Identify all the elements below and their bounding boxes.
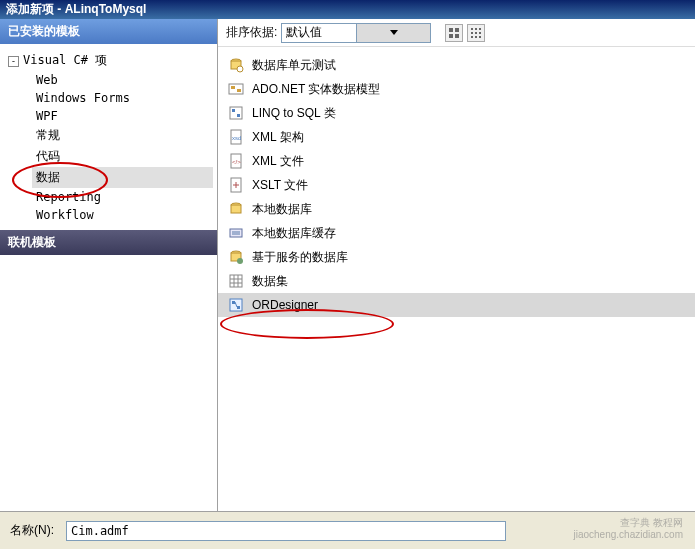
tree-item-wpf[interactable]: WPF bbox=[32, 107, 213, 125]
template-item-label: ORDesigner bbox=[252, 298, 318, 312]
svg-rect-17 bbox=[231, 86, 235, 89]
svg-rect-10 bbox=[471, 36, 473, 38]
svg-rect-20 bbox=[232, 109, 235, 112]
template-item-label: 数据库单元测试 bbox=[252, 57, 336, 74]
svg-rect-36 bbox=[232, 301, 235, 304]
template-item-label: XSLT 文件 bbox=[252, 177, 308, 194]
name-row: 名称(N): bbox=[0, 511, 695, 549]
template-item[interactable]: 本地数据库缓存 bbox=[218, 221, 695, 245]
servicedb-icon bbox=[228, 249, 244, 265]
tree-item-web[interactable]: Web bbox=[32, 71, 213, 89]
svg-rect-34 bbox=[230, 275, 242, 287]
svg-rect-28 bbox=[231, 205, 241, 213]
template-item[interactable]: ORDesigner bbox=[218, 293, 695, 317]
svg-rect-3 bbox=[455, 34, 459, 38]
svg-rect-2 bbox=[449, 34, 453, 38]
installed-templates-header: 已安装的模板 bbox=[0, 19, 217, 44]
svg-point-15 bbox=[237, 66, 243, 72]
template-item[interactable]: 数据库单元测试 bbox=[218, 53, 695, 77]
xslt-icon bbox=[228, 177, 244, 193]
template-item-label: XML 架构 bbox=[252, 129, 304, 146]
dataset-icon bbox=[228, 273, 244, 289]
template-list-panel: 排序依据: 默认值 数据库单元测试ADO.NET 实体数据模型LINQ to S… bbox=[218, 19, 695, 511]
template-item-label: XML 文件 bbox=[252, 153, 304, 170]
svg-text:</>: </> bbox=[232, 159, 241, 165]
model-icon bbox=[228, 81, 244, 97]
svg-rect-7 bbox=[471, 32, 473, 34]
svg-point-33 bbox=[237, 258, 243, 264]
svg-rect-11 bbox=[475, 36, 477, 38]
svg-rect-4 bbox=[471, 28, 473, 30]
localdb-icon bbox=[228, 201, 244, 217]
list-toolbar: 排序依据: 默认值 bbox=[218, 19, 695, 47]
svg-rect-12 bbox=[479, 36, 481, 38]
tree-item-code[interactable]: 代码 bbox=[32, 146, 213, 167]
svg-rect-6 bbox=[479, 28, 481, 30]
template-item-label: ADO.NET 实体数据模型 bbox=[252, 81, 380, 98]
template-item-label: 基于服务的数据库 bbox=[252, 249, 348, 266]
collapse-icon[interactable]: - bbox=[8, 56, 19, 67]
name-input[interactable] bbox=[66, 521, 506, 541]
tree-item-workflow[interactable]: Workflow bbox=[32, 206, 213, 224]
tree-item-reporting[interactable]: Reporting bbox=[32, 188, 213, 206]
tree-root-label: Visual C# 项 bbox=[23, 53, 107, 67]
view-small-icons-button[interactable] bbox=[467, 24, 485, 42]
category-tree: -Visual C# 项 Web Windows Forms WPF 常规 代码… bbox=[0, 44, 217, 230]
template-item[interactable]: 基于服务的数据库 bbox=[218, 245, 695, 269]
svg-rect-0 bbox=[449, 28, 453, 32]
window-titlebar: 添加新项 - ALinqToMysql bbox=[0, 0, 695, 19]
template-item-label: LINQ to SQL 类 bbox=[252, 105, 336, 122]
svg-rect-1 bbox=[455, 28, 459, 32]
sort-by-value: 默认值 bbox=[282, 24, 356, 41]
dropdown-icon[interactable] bbox=[356, 24, 431, 42]
tree-item-general[interactable]: 常规 bbox=[32, 125, 213, 146]
svg-rect-30 bbox=[232, 231, 240, 235]
tree-root[interactable]: -Visual C# 项 bbox=[4, 50, 213, 71]
template-item-label: 本地数据库缓存 bbox=[252, 225, 336, 242]
sort-by-label: 排序依据: bbox=[226, 24, 277, 41]
svg-text:xsd: xsd bbox=[232, 135, 241, 141]
linq-icon bbox=[228, 105, 244, 121]
template-item-label: 本地数据库 bbox=[252, 201, 312, 218]
dialog-body: 已安装的模板 -Visual C# 项 Web Windows Forms WP… bbox=[0, 19, 695, 511]
template-item[interactable]: 本地数据库 bbox=[218, 197, 695, 221]
online-templates-header[interactable]: 联机模板 bbox=[0, 230, 217, 255]
svg-rect-21 bbox=[237, 114, 240, 117]
template-item[interactable]: XSLT 文件 bbox=[218, 173, 695, 197]
xsd-icon: xsd bbox=[228, 129, 244, 145]
template-item[interactable]: </>XML 文件 bbox=[218, 149, 695, 173]
template-item[interactable]: xsdXML 架构 bbox=[218, 125, 695, 149]
template-item-label: 数据集 bbox=[252, 273, 288, 290]
tree-item-data[interactable]: 数据 bbox=[32, 167, 213, 188]
view-medium-icons-button[interactable] bbox=[445, 24, 463, 42]
svg-rect-9 bbox=[479, 32, 481, 34]
sort-by-combo[interactable]: 默认值 bbox=[281, 23, 431, 43]
svg-rect-8 bbox=[475, 32, 477, 34]
name-label: 名称(N): bbox=[10, 522, 54, 539]
window-title: 添加新项 - ALinqToMysql bbox=[6, 1, 146, 18]
template-list: 数据库单元测试ADO.NET 实体数据模型LINQ to SQL 类xsdXML… bbox=[218, 47, 695, 511]
svg-rect-19 bbox=[230, 107, 242, 119]
db-test-icon bbox=[228, 57, 244, 73]
svg-rect-18 bbox=[237, 89, 241, 92]
template-item[interactable]: LINQ to SQL 类 bbox=[218, 101, 695, 125]
xml-icon: </> bbox=[228, 153, 244, 169]
svg-rect-5 bbox=[475, 28, 477, 30]
template-item[interactable]: 数据集 bbox=[218, 269, 695, 293]
template-item[interactable]: ADO.NET 实体数据模型 bbox=[218, 77, 695, 101]
ord-icon bbox=[228, 297, 244, 313]
template-categories-sidebar: 已安装的模板 -Visual C# 项 Web Windows Forms WP… bbox=[0, 19, 218, 511]
tree-item-winforms[interactable]: Windows Forms bbox=[32, 89, 213, 107]
svg-rect-37 bbox=[237, 306, 240, 309]
cache-icon bbox=[228, 225, 244, 241]
